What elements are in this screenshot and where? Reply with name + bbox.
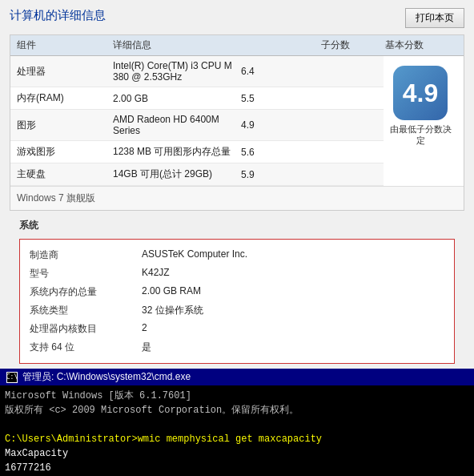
sys-label: 制造商 <box>30 248 142 262</box>
sys-row: 系统内存的总量 2.00 GB RAM <box>30 283 444 301</box>
system-info-box: 制造商 ASUSTeK Computer Inc. 型号 K42JZ 系统内存的… <box>19 239 455 364</box>
info-table: 组件 详细信息 子分数 基本分数 处理器 Intel(R) Core(TM) i… <box>10 34 464 211</box>
component-cell: 图形 <box>17 119 113 132</box>
cmd-title-text: 管理员: C:\Windows\system32\cmd.exe <box>22 370 191 384</box>
detail-cell: 1238 MB 可用图形内存总量 <box>113 145 241 159</box>
sys-label: 型号 <box>30 267 142 280</box>
sys-label: 处理器内核数目 <box>30 322 142 336</box>
top-section: 计算机的详细信息 打印本页 组件 详细信息 子分数 基本分数 处理器 Intel… <box>0 0 474 217</box>
cmd-titlebar: C:\ 管理员: C:\Windows\system32\cmd.exe <box>0 369 474 385</box>
cmd-line-0: Microsoft Windows [版本 6.1.7601] <box>5 389 469 403</box>
component-cell: 处理器 <box>17 65 113 79</box>
col-header-basescore: 基本分数 <box>385 38 457 52</box>
col-header-subscore: 子分数 <box>321 38 385 52</box>
score-badge-area: 4.9 由最低子分数决定 <box>384 56 464 186</box>
table-body-area: 处理器 Intel(R) Core(TM) i3 CPU M 380 @ 2.5… <box>10 56 464 186</box>
cmd-line-4: MaxCapacity <box>5 446 469 461</box>
component-cell: 内存(RAM) <box>17 91 113 105</box>
detail-cell: AMD Radeon HD 6400M Series <box>113 114 241 136</box>
table-row: 处理器 Intel(R) Core(TM) i3 CPU M 380 @ 2.5… <box>10 56 384 87</box>
subscore-cell: 5.9 <box>241 169 305 180</box>
sys-label: 系统内存的总量 <box>30 285 142 299</box>
table-rows-container: 处理器 Intel(R) Core(TM) i3 CPU M 380 @ 2.5… <box>10 56 384 186</box>
score-badge: 4.9 <box>393 66 448 120</box>
col-header-detail: 详细信息 <box>113 38 321 52</box>
sys-label: 系统类型 <box>30 304 142 317</box>
subscore-cell: 5.6 <box>241 147 305 158</box>
detail-cell: 2.00 GB <box>113 93 241 104</box>
sys-row: 支持 64 位 是 <box>30 338 444 357</box>
cmd-line-2 <box>5 418 469 432</box>
system-section-wrapper: 系统 制造商 ASUSTeK Computer Inc. 型号 K42JZ 系统… <box>0 217 474 364</box>
sys-value: 是 <box>142 341 444 354</box>
sys-value: 32 位操作系统 <box>142 304 444 317</box>
table-row: 内存(RAM) 2.00 GB 5.5 <box>10 87 384 110</box>
sys-row: 型号 K42JZ <box>30 264 444 283</box>
table-header: 组件 详细信息 子分数 基本分数 <box>10 35 464 56</box>
table-row: 图形 AMD Radeon HD 6400M Series 4.9 <box>10 110 384 141</box>
sys-label: 支持 64 位 <box>30 341 142 354</box>
subscore-cell: 6.4 <box>241 66 305 77</box>
cmd-icon: C:\ <box>6 372 18 383</box>
cmd-body[interactable]: Microsoft Windows [版本 6.1.7601] 版权所有 <c>… <box>0 385 474 476</box>
subscore-cell: 4.9 <box>241 119 305 131</box>
cmd-line-3: C:\Users\Administrator>wmic memphysical … <box>5 432 469 446</box>
detail-cell: Intel(R) Core(TM) i3 CPU M 380 @ 2.53GHz <box>113 60 241 83</box>
table-row: 游戏图形 1238 MB 可用图形内存总量 5.6 <box>10 141 384 163</box>
sys-value: ASUSTeK Computer Inc. <box>142 248 444 262</box>
sys-row: 处理器内核数目 2 <box>30 320 444 338</box>
component-cell: 主硬盘 <box>17 167 113 181</box>
score-badge-label: 由最低子分数决定 <box>388 123 452 147</box>
system-section-title: 系统 <box>10 217 464 234</box>
page-title: 计算机的详细信息 <box>10 8 106 23</box>
print-button[interactable]: 打印本页 <box>405 8 464 28</box>
sys-row: 制造商 ASUSTeK Computer Inc. <box>30 246 444 264</box>
cmd-line-1: 版权所有 <c> 2009 Microsoft Corporation。保留所有… <box>5 403 469 418</box>
sys-value: 2 <box>142 322 444 336</box>
detail-cell: 14GB 可用(总计 29GB) <box>113 167 241 181</box>
cmd-window: C:\ 管理员: C:\Windows\system32\cmd.exe Mic… <box>0 369 474 476</box>
table-row: 主硬盘 14GB 可用(总计 29GB) 5.9 <box>10 163 384 186</box>
sys-value: K42JZ <box>142 267 444 280</box>
subscore-cell: 5.5 <box>241 93 305 104</box>
windows-version: Windows 7 旗舰版 <box>10 186 464 210</box>
sys-row: 系统类型 32 位操作系统 <box>30 301 444 320</box>
cmd-line-5: 16777216 <box>5 461 469 475</box>
component-cell: 游戏图形 <box>17 145 113 159</box>
sys-value: 2.00 GB RAM <box>142 285 444 299</box>
col-header-component: 组件 <box>17 38 113 52</box>
